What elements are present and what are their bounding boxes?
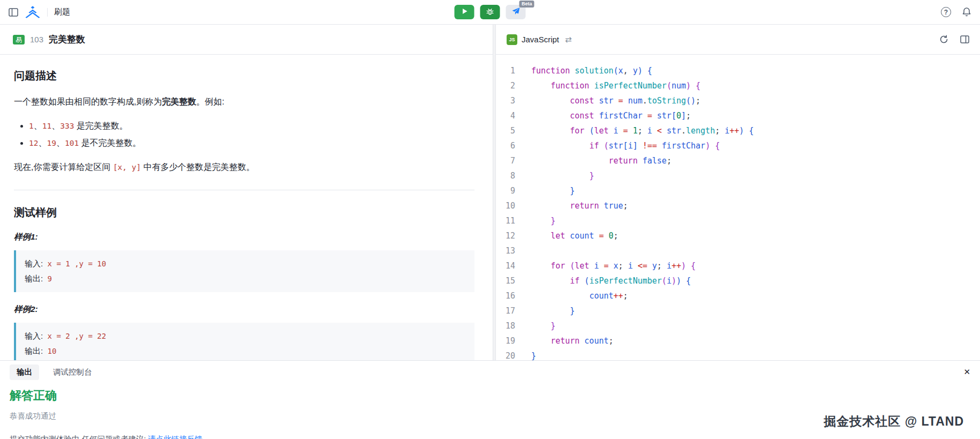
code-line[interactable]: 16 count++;: [496, 288, 980, 303]
beta-badge: Beta: [519, 1, 534, 8]
code-line[interactable]: 11 }: [496, 213, 980, 228]
problem-panel: 易 103 完美整数 问题描述 一个整数如果由相同的数字构成,则称为完美整数。例…: [0, 25, 493, 360]
code-line[interactable]: 6 if (str[i] !== firstChar) {: [496, 138, 980, 153]
sample1-block: 输入: x = 1 ,y = 10输出: 9: [14, 250, 474, 292]
split-layout-icon[interactable]: [960, 35, 969, 43]
switch-language-icon[interactable]: ⇄: [565, 35, 572, 44]
code-line[interactable]: 18 }: [496, 318, 980, 333]
paper-plane-icon: [511, 7, 520, 17]
line-number: 13: [496, 243, 531, 258]
close-icon[interactable]: ✕: [963, 367, 970, 377]
bug-icon: [486, 8, 494, 17]
output-tabs: 输出 调试控制台 ✕: [10, 361, 970, 383]
code-line[interactable]: 8 }: [496, 168, 980, 183]
javascript-icon: JS: [507, 34, 517, 45]
feedback-text: 提交功能内测体验中,任何问题或者建议:: [10, 435, 148, 439]
problem-header: 易 103 完美整数: [0, 25, 493, 55]
sample1-label: 样例1:: [14, 232, 474, 243]
result-title: 解答正确: [10, 388, 970, 404]
line-number: 16: [496, 288, 531, 303]
line-number: 12: [496, 228, 531, 243]
line-number: 11: [496, 213, 531, 228]
line-number: 15: [496, 273, 531, 288]
code-line[interactable]: 17 }: [496, 303, 980, 318]
topbar-left: 刷题: [9, 6, 70, 18]
line-number: 20: [496, 348, 531, 360]
line-number: 17: [496, 303, 531, 318]
play-icon: [461, 8, 468, 16]
code-line[interactable]: 3 const str = num.toString();: [496, 93, 980, 108]
app-title: 刷题: [54, 7, 70, 17]
code-line[interactable]: 5 for (let i = 1; i < str.length; i++) {: [496, 123, 980, 138]
list-item: 12、19、101 是不完美整数。: [29, 135, 474, 152]
code-line[interactable]: 10 return true;: [496, 198, 980, 213]
code-line[interactable]: 7 return false;: [496, 153, 980, 168]
editor-panel: JS JavaScript ⇄ 1function solution(x, y)…: [496, 25, 980, 360]
list-item: 1、11、333 是完美整数。: [29, 117, 474, 135]
code-line[interactable]: 14 for (let i = x; i <= y; i++) {: [496, 258, 980, 273]
code-line[interactable]: 2 function isPerfectNumber(num) {: [496, 78, 980, 93]
paragraph: 现在,你需要计算给定区间 [x, y] 中有多少个整数是完美整数。: [14, 160, 474, 174]
language-label: JavaScript: [522, 35, 559, 44]
samples-heading: 测试样例: [14, 205, 474, 220]
sample2-block: 输入: x = 2 ,y = 22输出: 10: [14, 323, 474, 360]
help-icon[interactable]: ?: [941, 7, 951, 17]
debug-button[interactable]: [480, 5, 500, 19]
line-number: 4: [496, 108, 531, 123]
paragraph: 一个整数如果由相同的数字构成,则称为完美整数。例如:: [14, 95, 474, 109]
line-number: 10: [496, 198, 531, 213]
juejin-logo[interactable]: [25, 6, 41, 18]
divider: [14, 190, 474, 190]
line-number: 9: [496, 183, 531, 198]
problem-description[interactable]: 问题描述 一个整数如果由相同的数字构成,则称为完美整数。例如: 1、11、333…: [0, 55, 493, 360]
code-line[interactable]: 9 }: [496, 183, 980, 198]
line-number: 3: [496, 93, 531, 108]
topbar-right: ?: [941, 7, 971, 17]
sidebar-toggle-icon[interactable]: [9, 8, 18, 17]
tab-debug-console[interactable]: 调试控制台: [53, 367, 92, 377]
code-line[interactable]: 15 if (isPerfectNumber(i)) {: [496, 273, 980, 288]
sample2-label: 样例2:: [14, 304, 474, 315]
line-number: 8: [496, 168, 531, 183]
line-number: 1: [496, 63, 531, 78]
line-number: 7: [496, 153, 531, 168]
line-number: 14: [496, 258, 531, 273]
feedback-link[interactable]: 请点此链接反馈: [148, 435, 203, 439]
example-list: 1、11、333 是完美整数。 12、19、101 是不完美整数。: [14, 117, 474, 152]
line-number: 18: [496, 318, 531, 333]
code-editor[interactable]: 1function solution(x, y) {2 function isP…: [496, 55, 980, 360]
line-number: 6: [496, 138, 531, 153]
divider: [47, 8, 48, 17]
main-area: 易 103 完美整数 问题描述 一个整数如果由相同的数字构成,则称为完美整数。例…: [0, 25, 980, 360]
desc-heading: 问题描述: [14, 69, 474, 83]
feedback-line: 提交功能内测体验中,任何问题或者建议: 请点此链接反馈: [10, 434, 970, 439]
difficulty-badge: 易: [13, 35, 25, 44]
tab-output[interactable]: 输出: [10, 364, 39, 380]
watermark: 掘金技术社区 @ LTAND: [824, 413, 964, 430]
code-line[interactable]: 19 return count;: [496, 333, 980, 348]
bell-icon[interactable]: [962, 7, 971, 17]
problem-title: 完美整数: [49, 33, 85, 46]
line-number: 2: [496, 78, 531, 93]
problem-id: 103: [30, 35, 43, 44]
top-bar: 刷题 Beta ?: [0, 0, 980, 25]
line-number: 5: [496, 123, 531, 138]
code-line[interactable]: 20}: [496, 348, 980, 360]
run-button[interactable]: [455, 5, 474, 19]
topbar-actions: Beta: [455, 5, 526, 19]
line-number: 19: [496, 333, 531, 348]
code-line[interactable]: 12 let count = 0;: [496, 228, 980, 243]
code-line[interactable]: 4 const firstChar = str[0];: [496, 108, 980, 123]
code-line[interactable]: 13: [496, 243, 980, 258]
reset-code-icon[interactable]: [939, 35, 948, 44]
submit-button[interactable]: Beta: [506, 5, 526, 19]
output-panel: 输出 调试控制台 ✕ 解答正确 恭喜成功通过 提交功能内测体验中,任何问题或者建…: [0, 360, 980, 439]
code-line[interactable]: 1function solution(x, y) {: [496, 63, 980, 78]
editor-header: JS JavaScript ⇄: [496, 25, 980, 55]
